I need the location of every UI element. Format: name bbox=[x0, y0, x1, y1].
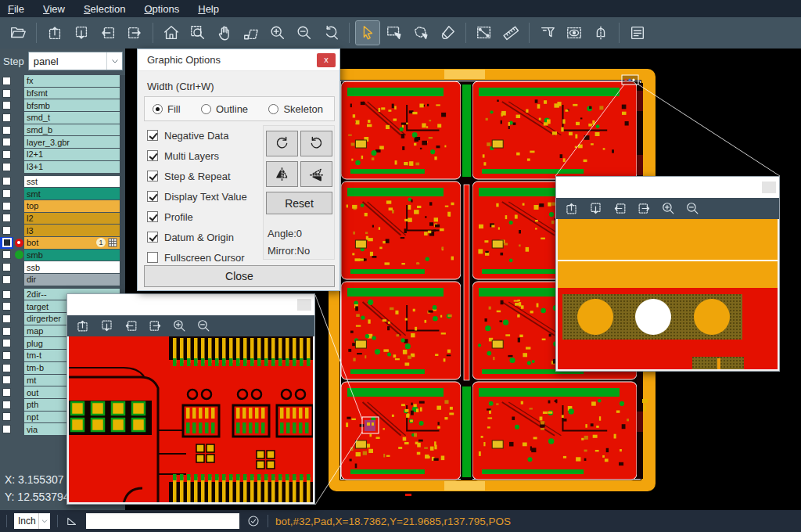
layer-row-dir[interactable]: dir bbox=[0, 274, 120, 286]
layer-checkbox-tm-t[interactable] bbox=[0, 350, 13, 361]
layer-label-top[interactable]: top bbox=[24, 200, 120, 212]
magnifier2-content[interactable] bbox=[556, 219, 779, 371]
layer-row-l2+1[interactable]: l2+1 bbox=[0, 149, 120, 160]
layer-label-fx[interactable]: fx bbox=[24, 75, 120, 87]
layer-checkbox-2dir--[interactable] bbox=[0, 289, 13, 300]
reset-button[interactable]: Reset bbox=[266, 192, 332, 214]
arrow-down-box-icon[interactable] bbox=[587, 200, 604, 217]
layer-label-bfsmt[interactable]: bfsmt bbox=[24, 88, 120, 99]
magnifier1-window-button[interactable] bbox=[297, 299, 311, 311]
command-input[interactable] bbox=[86, 513, 239, 529]
arrow-left-box-icon[interactable] bbox=[611, 200, 628, 217]
arrow-right-box-icon[interactable] bbox=[146, 318, 163, 335]
dialog-titlebar[interactable]: Graphic Options x bbox=[138, 49, 339, 71]
select-cursor-icon[interactable] bbox=[356, 21, 379, 45]
flip-horizontal-button[interactable] bbox=[266, 161, 298, 187]
layer-label-bot[interactable]: bot1 bbox=[24, 237, 120, 249]
checkbox-multi-layers[interactable]: Multi Layers bbox=[147, 146, 247, 166]
layer-checkbox-via[interactable] bbox=[0, 423, 13, 435]
layer-label-l3[interactable]: l3 bbox=[24, 225, 120, 236]
flip-vertical-button[interactable] bbox=[300, 161, 332, 187]
chevron-down-icon[interactable] bbox=[38, 513, 50, 529]
checkbox-icon[interactable] bbox=[147, 252, 158, 263]
magnifier-window-1[interactable] bbox=[66, 293, 315, 505]
magnifier1-titlebar[interactable] bbox=[67, 294, 314, 315]
arrow-up-box-icon[interactable] bbox=[74, 318, 91, 335]
layer-checkbox-plug[interactable] bbox=[0, 337, 13, 349]
corner-angle-icon[interactable] bbox=[65, 514, 79, 528]
layer-checkbox-smd_t[interactable] bbox=[0, 112, 13, 124]
layer-row-smb[interactable]: smb bbox=[0, 250, 120, 261]
arrow-left-box-icon[interactable] bbox=[122, 318, 139, 335]
checkbox-icon[interactable] bbox=[147, 171, 158, 182]
layer-label-smd_t[interactable]: smd_t bbox=[24, 112, 120, 124]
radio-skeleton[interactable]: Skeleton bbox=[268, 103, 323, 115]
layer-label-l2+1[interactable]: l2+1 bbox=[24, 149, 120, 160]
layer-checkbox-bfsmt[interactable] bbox=[0, 88, 13, 99]
layer-checkbox-tm-b[interactable] bbox=[0, 362, 13, 374]
menu-help[interactable]: Help bbox=[198, 3, 219, 15]
zoom-out-icon[interactable] bbox=[684, 200, 701, 217]
checkbox-display-text-value[interactable]: Display Text Value bbox=[147, 186, 247, 207]
layer-checkbox-bot[interactable] bbox=[0, 237, 13, 249]
layer-checkbox-map[interactable] bbox=[0, 325, 13, 337]
layer-checkbox-dirgerber[interactable] bbox=[0, 313, 13, 325]
layer-row-smd_t[interactable]: smd_t bbox=[0, 112, 120, 124]
layer-label-smd_b[interactable]: smd_b bbox=[24, 124, 120, 136]
radio-button-icon[interactable] bbox=[268, 104, 278, 114]
layer-panel-icon[interactable] bbox=[626, 21, 649, 45]
layer-checkbox-top[interactable] bbox=[0, 200, 13, 212]
layer-checkbox-ssb[interactable] bbox=[0, 261, 13, 273]
rotate-ccw-button[interactable] bbox=[300, 131, 332, 156]
zoom-in-icon[interactable] bbox=[659, 200, 677, 217]
folder-open-icon[interactable] bbox=[6, 21, 30, 45]
rotate-cw-button[interactable] bbox=[266, 131, 298, 156]
zoom-out-icon[interactable] bbox=[293, 21, 316, 45]
zoom-in-icon[interactable] bbox=[266, 21, 289, 45]
arrow-left-box-icon[interactable] bbox=[96, 21, 120, 45]
layer-label-smt[interactable]: smt bbox=[24, 188, 120, 200]
layer-checkbox-smb[interactable] bbox=[0, 250, 13, 261]
checkbox-datum-origin[interactable]: Datum & Origin bbox=[147, 227, 247, 247]
snap-magnet-icon[interactable] bbox=[589, 21, 612, 45]
brush-icon[interactable] bbox=[436, 21, 459, 45]
radio-button-icon[interactable] bbox=[153, 104, 163, 114]
layer-checkbox-pth[interactable] bbox=[0, 399, 13, 411]
layer-row-l3+1[interactable]: l3+1 bbox=[0, 161, 120, 173]
layer-label-bfsmb[interactable]: bfsmb bbox=[24, 99, 120, 111]
layer-label-l3+1[interactable]: l3+1 bbox=[24, 161, 120, 173]
radio-fill[interactable]: Fill bbox=[153, 103, 181, 115]
arrow-down-box-icon[interactable] bbox=[70, 21, 93, 45]
arrow-up-box-icon[interactable] bbox=[562, 200, 580, 217]
measure-diagonal-icon[interactable] bbox=[472, 21, 496, 45]
layer-checkbox-out[interactable] bbox=[0, 386, 13, 398]
unit-combobox[interactable]: Inch bbox=[14, 513, 50, 529]
magnifier2-window-button[interactable] bbox=[762, 182, 776, 193]
select-rect-icon[interactable] bbox=[383, 21, 406, 45]
layer-row-smt[interactable]: smt bbox=[0, 188, 120, 200]
dialog-close-button[interactable]: x bbox=[317, 53, 336, 67]
zoom-in-icon[interactable] bbox=[171, 318, 188, 335]
magnifier-window-2[interactable] bbox=[555, 176, 780, 372]
checkbox-icon[interactable] bbox=[147, 211, 158, 222]
layer-checkbox-npt[interactable] bbox=[0, 412, 13, 423]
home-icon[interactable] bbox=[160, 21, 183, 45]
layer-label-l2[interactable]: l2 bbox=[24, 213, 120, 225]
radio-outline[interactable]: Outline bbox=[201, 103, 248, 115]
layer-label-dir[interactable]: dir bbox=[24, 274, 120, 286]
layer-checkbox-l3+1[interactable] bbox=[0, 161, 13, 173]
arrow-down-box-icon[interactable] bbox=[98, 318, 115, 335]
menu-options[interactable]: Options bbox=[144, 3, 179, 15]
checkbox-profile[interactable]: Profile bbox=[147, 207, 247, 227]
layer-row-bfsmb[interactable]: bfsmb bbox=[0, 99, 120, 111]
layer-checkbox-layer_3.gbr[interactable] bbox=[0, 136, 13, 148]
zoom-area-icon[interactable] bbox=[186, 21, 210, 45]
layer-row-layer_3.gbr[interactable]: layer_3.gbr bbox=[0, 136, 120, 148]
layer-checkbox-smt[interactable] bbox=[0, 188, 13, 200]
checkbox-icon[interactable] bbox=[147, 232, 158, 243]
layer-row-bfsmt[interactable]: bfsmt bbox=[0, 88, 120, 99]
chevron-down-icon[interactable] bbox=[106, 52, 122, 70]
zoom-out-icon[interactable] bbox=[195, 318, 212, 335]
checkbox-icon[interactable] bbox=[147, 191, 158, 202]
arrow-up-box-icon[interactable] bbox=[43, 21, 66, 45]
